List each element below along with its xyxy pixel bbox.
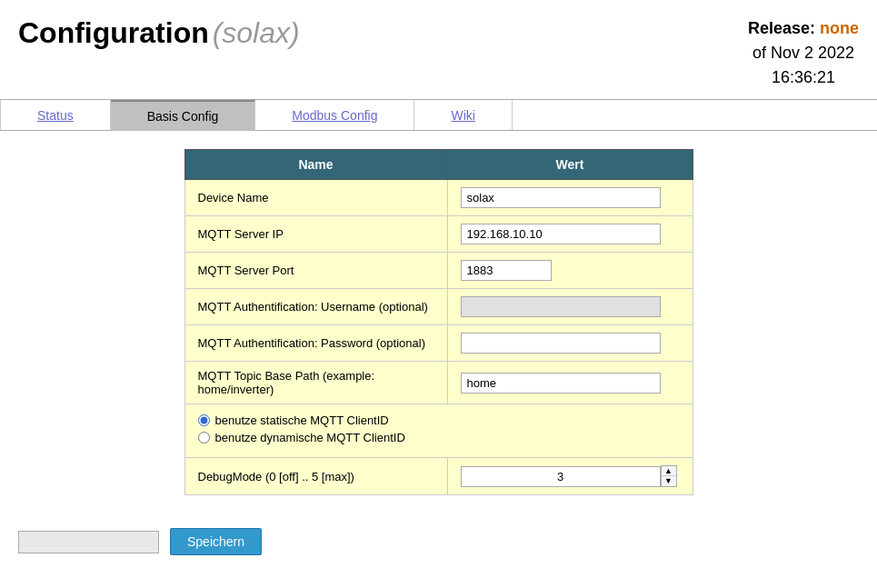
page-header: Configuration (solax) Release: none of N… — [0, 0, 877, 99]
save-button[interactable]: Speichern — [170, 528, 262, 555]
mqtt-password-cell — [447, 325, 693, 362]
col-name-header: Name — [184, 150, 447, 180]
mqtt-topic-label: MQTT Topic Base Path (example: home/inve… — [184, 362, 447, 404]
device-name-cell — [447, 180, 693, 216]
debug-input[interactable] — [461, 466, 661, 487]
title-subtitle: (solax) — [213, 16, 300, 49]
mqtt-username-input[interactable] — [461, 296, 661, 317]
nav-item-wiki[interactable]: Wiki — [414, 100, 512, 130]
radio-static-label: benutze statische MQTT ClientID — [198, 414, 680, 427]
table-row: MQTT Topic Base Path (example: home/inve… — [184, 362, 693, 404]
radio-static-text: benutze statische MQTT ClientID — [215, 414, 389, 427]
title-text: Configuration — [18, 16, 209, 49]
main-nav: Status Basis Config Modbus Config Wiki — [0, 99, 877, 131]
mqtt-ip-label: MQTT Server IP — [184, 216, 447, 253]
debug-row: DebugMode (0 [off] .. 5 [max]) ▲ ▼ — [184, 458, 693, 495]
device-name-input[interactable] — [461, 187, 661, 208]
table-row: MQTT Authentification: Password (optiona… — [184, 325, 693, 362]
nav-item-basis-config[interactable]: Basis Config — [111, 100, 256, 131]
debug-spinner: ▲ ▼ — [461, 465, 680, 487]
debug-spin-down[interactable]: ▼ — [662, 476, 676, 486]
footer-text-input[interactable] — [18, 531, 159, 553]
main-content: Name Wert Device Name MQTT Server IP — [0, 131, 877, 513]
mqtt-ip-cell — [447, 216, 693, 253]
debug-spin-up[interactable]: ▲ — [662, 466, 676, 476]
debug-spin-buttons: ▲ ▼ — [661, 465, 677, 487]
mqtt-port-cell — [447, 253, 693, 289]
mqtt-topic-input[interactable] — [461, 373, 661, 394]
mqtt-port-input[interactable] — [461, 260, 552, 281]
radio-dynamic-label: benutze dynamische MQTT ClientID — [198, 431, 680, 444]
mqtt-username-label: MQTT Authentification: Username (optiona… — [184, 289, 447, 325]
nav-spacer — [513, 100, 877, 130]
radio-group-cell: benutze statische MQTT ClientID benutze … — [184, 404, 693, 458]
footer-actions: Speichern — [0, 513, 877, 570]
mqtt-password-label: MQTT Authentification: Password (optiona… — [184, 325, 447, 362]
release-label: Release: — [748, 19, 815, 37]
table-row: MQTT Authentification: Username (optiona… — [184, 289, 693, 325]
mqtt-password-input[interactable] — [461, 333, 661, 354]
release-value: none — [820, 19, 859, 37]
mqtt-ip-input[interactable] — [461, 224, 661, 244]
debug-label: DebugMode (0 [off] .. 5 [max]) — [184, 458, 447, 495]
release-time: 16:36:21 — [748, 65, 859, 90]
radio-dynamic-input[interactable] — [198, 432, 210, 443]
radio-dynamic-text: benutze dynamische MQTT ClientID — [215, 431, 405, 444]
device-name-label: Device Name — [184, 180, 447, 216]
page-title: Configuration (solax) — [18, 16, 300, 50]
table-row: MQTT Server Port — [184, 253, 693, 289]
debug-cell: ▲ ▼ — [447, 458, 693, 495]
table-row: MQTT Server IP — [184, 216, 693, 253]
mqtt-topic-cell — [447, 362, 693, 404]
mqtt-port-label: MQTT Server Port — [184, 253, 447, 289]
nav-item-modbus-config[interactable]: Modbus Config — [255, 100, 414, 130]
nav-item-status[interactable]: Status — [0, 100, 111, 130]
release-info: Release: none of Nov 2 2022 16:36:21 — [748, 16, 859, 90]
radio-static-input[interactable] — [198, 414, 210, 426]
col-value-header: Wert — [447, 150, 693, 180]
radio-group-row: benutze statische MQTT ClientID benutze … — [184, 404, 693, 458]
release-date: of Nov 2 2022 — [748, 41, 859, 65]
table-row: Device Name — [184, 180, 693, 216]
mqtt-username-cell — [447, 289, 693, 325]
config-table: Name Wert Device Name MQTT Server IP — [184, 149, 693, 495]
